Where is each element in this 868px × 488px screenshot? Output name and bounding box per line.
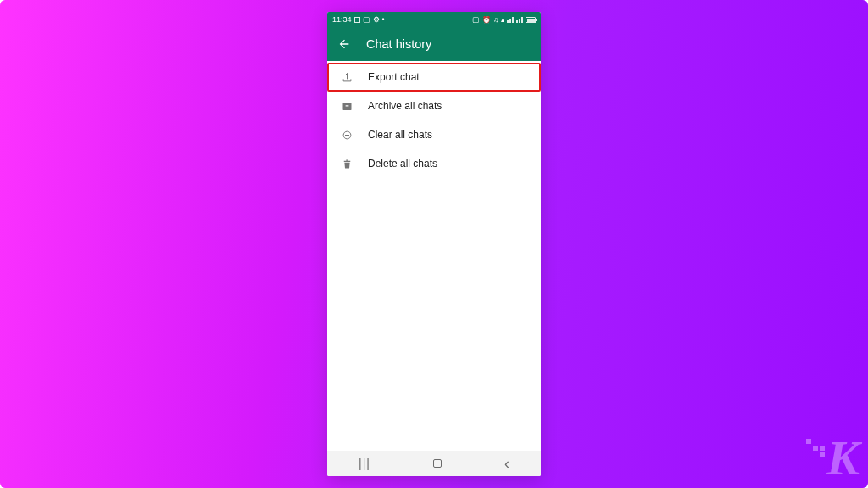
menu-item-label: Archive all chats <box>368 100 442 112</box>
menu-item-delete[interactable]: Delete all chats <box>327 149 541 178</box>
svg-rect-4 <box>343 160 350 161</box>
menu-item-export[interactable]: Export chat <box>327 63 541 92</box>
clear-icon <box>339 127 354 142</box>
upload-icon <box>339 69 354 85</box>
status-time: 11:34 <box>332 15 352 24</box>
signal-icon-2 <box>516 17 523 23</box>
signal-icon <box>507 17 514 23</box>
wallpaper-stage: 11:34 Chat history <box>0 0 868 488</box>
menu-item-label: Clear all chats <box>368 129 432 141</box>
menu-item-label: Export chat <box>368 71 420 83</box>
arrow-left-icon <box>337 37 351 51</box>
menu-list: Export chat Archive all chats Clear all … <box>327 61 541 451</box>
watermark-logo: K <box>826 434 860 483</box>
nav-home-button[interactable] <box>433 459 442 468</box>
more-notifications-icon <box>382 15 385 24</box>
svg-rect-1 <box>345 105 348 106</box>
status-app-icon <box>354 17 360 23</box>
watermark-letter: K <box>826 430 860 485</box>
wifi-icon <box>501 15 504 24</box>
page-title: Chat history <box>366 37 431 51</box>
menu-item-archive[interactable]: Archive all chats <box>327 92 541 120</box>
alarm-icon <box>482 15 491 24</box>
battery-icon <box>526 17 536 23</box>
svg-rect-5 <box>346 159 348 160</box>
nfc-icon <box>472 15 480 24</box>
trash-icon <box>339 156 354 171</box>
menu-item-clear[interactable]: Clear all chats <box>327 120 541 149</box>
archive-icon <box>339 98 354 114</box>
gear-icon <box>373 15 380 24</box>
app-bar: Chat history <box>327 27 541 61</box>
status-bar: 11:34 <box>327 12 541 27</box>
menu-item-label: Delete all chats <box>368 158 437 169</box>
nav-recents-button[interactable]: ||| <box>359 457 370 470</box>
back-button[interactable] <box>337 37 351 51</box>
android-nav-bar: ||| <box>327 451 541 476</box>
phone-frame: 11:34 Chat history <box>327 12 541 476</box>
camera-icon <box>363 15 370 24</box>
sound-icon <box>493 15 498 24</box>
nav-back-button[interactable] <box>504 455 509 473</box>
